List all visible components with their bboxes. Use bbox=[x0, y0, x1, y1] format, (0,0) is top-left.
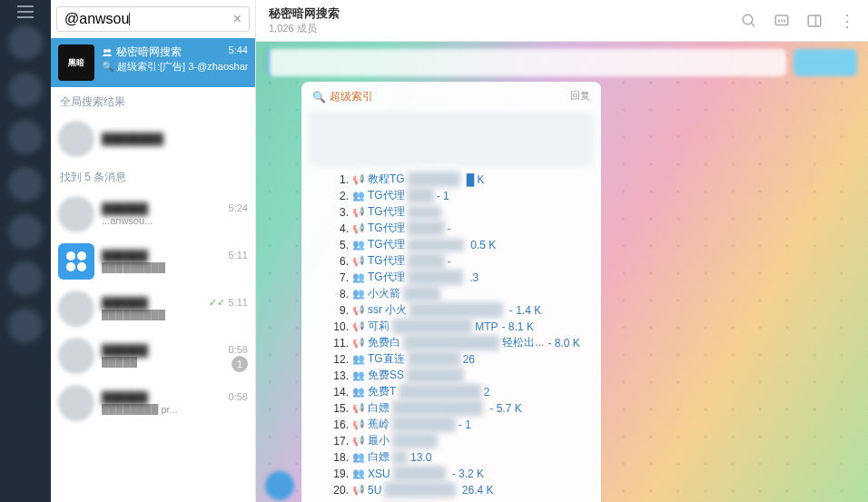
pinned-bar[interactable] bbox=[267, 49, 857, 76]
rail-avatar[interactable] bbox=[8, 120, 43, 154]
list-item[interactable]: 3.📢TG代理██ - 8. bbox=[329, 204, 588, 220]
search-result-item[interactable]: ██████ 5:24 ...anwsou... bbox=[51, 191, 255, 238]
group-icon bbox=[102, 47, 113, 58]
search-input-wrap[interactable]: @anwsou × bbox=[56, 6, 250, 32]
rail-avatar[interactable] bbox=[8, 167, 43, 202]
svg-point-1 bbox=[107, 49, 111, 53]
sidebar: @anwsou × 黑暗 秘密暗网搜索 5:44 🔍 超级索引:[广告] 3-@… bbox=[51, 0, 256, 502]
reply-label[interactable]: 回复 bbox=[570, 89, 590, 104]
chat-header: 秘密暗网搜索 1,026 成员 ⋮ bbox=[256, 0, 868, 42]
svg-rect-8 bbox=[808, 15, 821, 26]
search-value: @anwsou bbox=[64, 11, 129, 27]
rail-avatar[interactable] bbox=[8, 214, 43, 249]
chat-title[interactable]: 秘密暗网搜索 bbox=[269, 5, 340, 22]
list-item[interactable]: 16.📢蕉岭██学 培███ - 1 bbox=[329, 417, 588, 432]
list-item[interactable]: 7.👥TG代理██免费分█.3 bbox=[329, 270, 588, 285]
list-item[interactable]: 1.📢教程TG██免费███ K bbox=[329, 172, 588, 187]
search-result-item[interactable]: ████████ bbox=[51, 115, 255, 162]
search-result-item[interactable]: ██████ 0:58 █████ 1 bbox=[51, 332, 255, 379]
chat-name: 秘密暗网搜索 bbox=[102, 44, 182, 60]
message-sender[interactable]: 🔍 超级索引 bbox=[312, 89, 373, 104]
sidepanel-icon[interactable] bbox=[806, 13, 823, 29]
rail-avatar[interactable] bbox=[8, 309, 43, 343]
result-avatar bbox=[58, 121, 94, 157]
pinned-message[interactable] bbox=[267, 49, 786, 76]
message-media[interactable] bbox=[309, 112, 594, 166]
clear-search-icon[interactable]: × bbox=[233, 11, 242, 27]
list-item[interactable]: 4.📢TG代理██分享 - bbox=[329, 221, 588, 236]
rail-avatar[interactable] bbox=[8, 73, 43, 107]
result-avatar bbox=[58, 385, 94, 421]
rail-avatar[interactable] bbox=[8, 25, 43, 60]
message-list: 1.📢教程TG██免费███ K2.👥TG代理██群 - 13.📢TG代理██ … bbox=[329, 172, 588, 497]
main-area: 秘密暗网搜索 1,026 成员 ⋮ 🔍 超级索引 回复 1.� bbox=[256, 0, 868, 502]
list-item[interactable]: 14.👥免费T██飞机██分享█2 bbox=[329, 384, 588, 399]
section-found-messages: 找到 5 条消息 bbox=[51, 162, 255, 191]
search-result-item[interactable]: ██████ ✓✓5:11 █████████ bbox=[51, 285, 255, 332]
list-item[interactable]: 9.📢ssr 小火██免费节██代理█ - 1.4 K bbox=[329, 302, 588, 318]
pinned-action[interactable] bbox=[794, 49, 857, 76]
search-icon[interactable] bbox=[741, 13, 757, 29]
list-item[interactable]: 11.📢免费白██汤 VP██代理██轻松出... - 8.0 K bbox=[329, 335, 588, 350]
message-bubble: 🔍 超级索引 回复 1.📢教程TG██免费███ K2.👥TG代理██群 - 1… bbox=[301, 82, 601, 502]
list-item[interactable]: 17.📢最小██福利█ bbox=[329, 433, 588, 448]
chat-members: 1,026 成员 bbox=[269, 22, 340, 35]
section-global-results: 全局搜索结果 bbox=[51, 87, 255, 115]
left-rail bbox=[0, 0, 51, 502]
list-item[interactable]: 15.📢白嫖██免费分██srv..█ - 5.7 K bbox=[329, 400, 588, 416]
svg-point-2 bbox=[743, 15, 753, 25]
rail-avatar[interactable] bbox=[8, 261, 43, 296]
svg-line-3 bbox=[751, 23, 755, 26]
list-item[interactable]: 20.📢5U██供██担保█26.4 K bbox=[329, 482, 588, 497]
list-item[interactable]: 8.👥小火箭██代理 bbox=[329, 286, 588, 301]
chat-background: 🔍 超级索引 回复 1.📢教程TG██免费███ K2.👥TG代理██群 - 1… bbox=[256, 42, 868, 502]
list-item[interactable]: 10.📢可莉███提██TG██MTP - 8.1 K bbox=[329, 319, 588, 334]
list-item[interactable]: 19.👥XSU██线小██ - 3.2 K bbox=[329, 466, 588, 481]
list-item[interactable]: 5.👥TG代理█oto██ ██0.5 K bbox=[329, 237, 588, 252]
result-avatar bbox=[58, 290, 94, 327]
chat-thumbnail: 黑暗 bbox=[58, 44, 94, 81]
chat-time: 5:44 bbox=[229, 44, 248, 60]
chat-subtitle: 🔍 超级索引:[广告] 3-@zhaoshan... bbox=[102, 60, 248, 74]
list-item[interactable]: 2.👥TG代理██群 - 1 bbox=[329, 188, 588, 203]
list-item[interactable]: 18.👥白嫖██13.0 bbox=[329, 449, 588, 465]
list-item[interactable]: 13.👥免费SS█NTG██享 bbox=[329, 368, 588, 383]
result-avatar bbox=[58, 338, 94, 374]
more-icon[interactable]: ⋮ bbox=[839, 11, 855, 31]
list-item[interactable]: 12.👥TG直连██交流██26 bbox=[329, 351, 588, 367]
unread-badge: 1 bbox=[232, 356, 248, 372]
result-avatar bbox=[58, 196, 94, 232]
search-result-item[interactable]: ██████ 5:11 █████████ bbox=[51, 238, 255, 285]
result-avatar bbox=[58, 243, 94, 280]
search-result-item[interactable]: ██████ 0:58 ████████ pr... bbox=[51, 379, 255, 427]
next-sender-avatar[interactable] bbox=[265, 471, 294, 500]
svg-point-0 bbox=[104, 49, 107, 53]
menu-icon[interactable] bbox=[17, 11, 34, 13]
selected-chat-item[interactable]: 黑暗 秘密暗网搜索 5:44 🔍 超级索引:[广告] 3-@zhaoshan..… bbox=[51, 38, 255, 87]
list-item[interactable]: 6.📢TG代理██节点 - bbox=[329, 253, 588, 269]
comments-icon[interactable] bbox=[774, 13, 790, 29]
